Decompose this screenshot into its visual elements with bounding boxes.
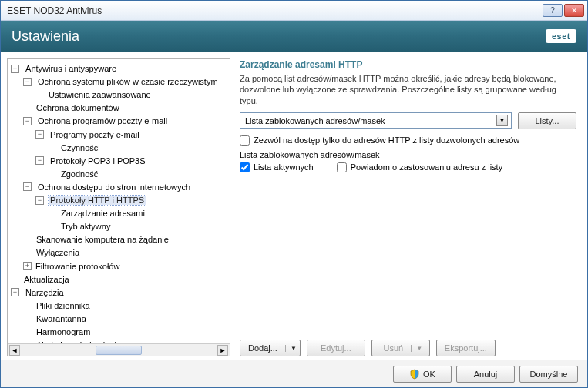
- tree-node-scheduler[interactable]: Harmonogram: [35, 327, 92, 336]
- tree-node-exclusions[interactable]: Wyłączenia: [35, 248, 81, 257]
- brand-logo: eset: [546, 29, 576, 43]
- group-label: Lista zablokowanych adresów/masek: [240, 150, 576, 159]
- collapse-icon[interactable]: −: [11, 65, 19, 73]
- tree-node-email[interactable]: Ochrona programów poczty e-mail: [36, 116, 169, 125]
- tree-h-scrollbar[interactable]: ◄ ►: [8, 343, 230, 356]
- scroll-thumb[interactable]: [96, 346, 142, 355]
- settings-tree-pane: − Antywirus i antyspyware − Ochrona syst…: [7, 58, 230, 356]
- tree-node-documents[interactable]: Ochrona dokumentów: [35, 103, 121, 112]
- active-list-label: Lista aktywnych: [254, 162, 314, 172]
- active-list-checkbox-row[interactable]: Lista aktywnych: [240, 162, 314, 172]
- allow-only-checkbox-row[interactable]: Zezwól na dostęp tylko do adresów HTTP z…: [240, 135, 576, 146]
- collapse-icon[interactable]: −: [23, 182, 32, 191]
- tree-node-advanced[interactable]: Ustawienia zaawansowane: [47, 90, 153, 99]
- scroll-left-icon[interactable]: ◄: [9, 345, 20, 356]
- tree-node-tools[interactable]: Narzędzia: [24, 288, 66, 297]
- notify-checkbox[interactable]: [337, 162, 347, 172]
- cancel-button[interactable]: Anuluj: [456, 366, 515, 383]
- collapse-icon[interactable]: −: [23, 117, 32, 125]
- page-title: Ustawienia: [12, 28, 79, 45]
- section-description: Za pomocą list adresów/masek HTTP można …: [240, 73, 576, 106]
- window-title: ESET NOD32 Antivirus: [4, 5, 543, 16]
- settings-tree[interactable]: − Antywirus i antyspyware − Ochrona syst…: [8, 59, 230, 343]
- chevron-down-icon[interactable]: ▼: [285, 345, 297, 352]
- address-listbox[interactable]: [240, 179, 576, 333]
- content-pane: Zarządzanie adresami HTTP Za pomocą list…: [234, 52, 587, 360]
- active-list-checkbox[interactable]: [240, 162, 250, 172]
- default-button[interactable]: Domyślne: [519, 366, 578, 383]
- allow-only-checkbox[interactable]: [240, 135, 250, 146]
- tree-node-protocol-filter[interactable]: Filtrowanie protokołów: [34, 262, 121, 271]
- collapse-icon[interactable]: −: [35, 156, 44, 165]
- tree-node-quarantine[interactable]: Kwarantanna: [35, 314, 88, 323]
- tree-node-antivirus[interactable]: Antywirus i antyspyware: [24, 64, 118, 73]
- scroll-right-icon[interactable]: ►: [217, 345, 228, 356]
- tree-node-web[interactable]: Ochrona dostępu do stron internetowych: [36, 182, 192, 192]
- tree-node-active-mode[interactable]: Tryb aktywny: [59, 222, 112, 231]
- allow-only-label: Zezwól na dostęp tylko do adresów HTTP z…: [254, 135, 519, 145]
- combo-value: Lista zablokowanych adresów/masek: [245, 116, 385, 125]
- help-button[interactable]: ?: [543, 4, 563, 17]
- tree-node-update[interactable]: Aktualizacja: [22, 275, 71, 284]
- shield-icon: [409, 369, 420, 380]
- window-buttons: ? ✕: [543, 4, 584, 17]
- collapse-icon[interactable]: −: [35, 196, 44, 205]
- collapse-icon[interactable]: −: [35, 130, 44, 139]
- section-heading: Zarządzanie adresami HTTP: [240, 59, 576, 70]
- notify-checkbox-row[interactable]: Powiadom o zastosowaniu adresu z listy: [337, 162, 502, 172]
- ok-button[interactable]: OK: [393, 366, 452, 383]
- tree-node-pop3[interactable]: Protokoły POP3 i POP3S: [49, 156, 147, 166]
- tree-node-compat[interactable]: Zgodność: [59, 169, 99, 179]
- add-button[interactable]: Dodaj... ▼: [240, 340, 301, 356]
- tree-node-ondemand[interactable]: Skanowanie komputera na żądanie: [35, 235, 170, 244]
- close-button[interactable]: ✕: [564, 4, 584, 17]
- collapse-icon[interactable]: −: [11, 288, 19, 296]
- tree-node-email-programs[interactable]: Programy poczty e-mail: [49, 130, 141, 139]
- tree-node-address-mgmt[interactable]: Zarządzanie adresami: [59, 209, 146, 218]
- chevron-down-icon[interactable]: ▼: [411, 345, 422, 352]
- dialog-footer: OK Anuluj Domyślne: [1, 360, 587, 388]
- tree-node-alerts[interactable]: Alerty i powiadomienia: [35, 340, 123, 343]
- tree-node-actions[interactable]: Czynności: [59, 143, 102, 152]
- list-type-combo[interactable]: Lista zablokowanych adresów/masek ▼: [240, 112, 512, 129]
- chevron-down-icon[interactable]: ▼: [496, 115, 508, 126]
- notify-label: Powiadom o zastosowaniu adresu z listy: [351, 162, 502, 172]
- collapse-icon[interactable]: −: [23, 78, 32, 86]
- app-header: Ustawienia eset: [1, 21, 587, 52]
- export-button[interactable]: Eksportuj...: [436, 340, 496, 356]
- tree-node-realtime[interactable]: Ochrona systemu plików w czasie rzeczywi…: [36, 77, 220, 86]
- tree-node-http[interactable]: Protokoły HTTP i HTTPS: [49, 196, 146, 205]
- tree-node-logs[interactable]: Pliki dziennika: [35, 301, 92, 310]
- window-titlebar: ESET NOD32 Antivirus ? ✕: [1, 1, 587, 21]
- edit-button[interactable]: Edytuj...: [307, 340, 365, 356]
- expand-icon[interactable]: +: [23, 262, 32, 270]
- lists-button[interactable]: Listy...: [518, 112, 576, 129]
- delete-button[interactable]: Usuń ▼: [371, 340, 430, 356]
